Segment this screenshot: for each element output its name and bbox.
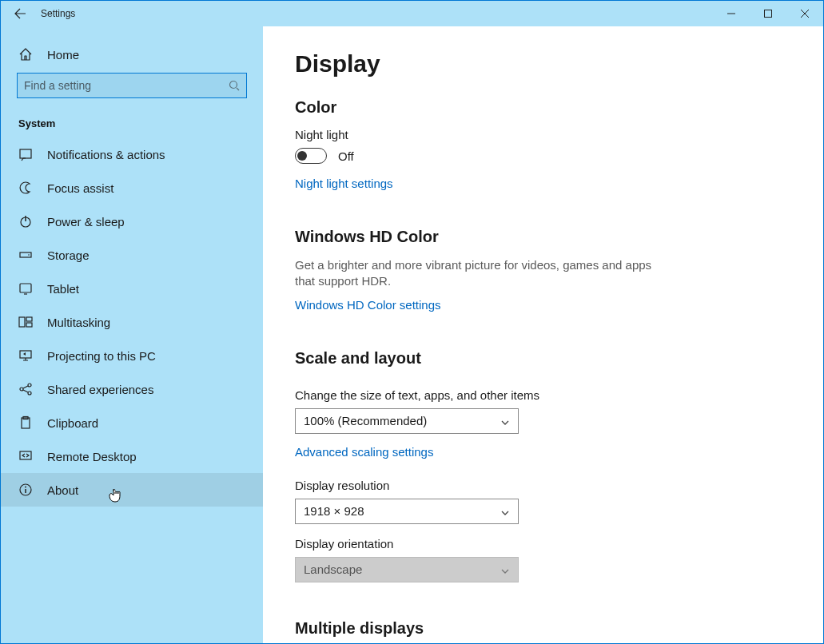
window-title: Settings	[41, 8, 75, 19]
svg-point-12	[28, 384, 31, 387]
resolution-dropdown[interactable]: 1918 × 928	[295, 499, 519, 524]
cursor-pointer-icon	[109, 487, 121, 503]
svg-rect-0	[765, 10, 772, 18]
sidebar-item-label: Storage	[47, 248, 90, 262]
sidebar-item-label: Tablet	[47, 282, 79, 296]
night-light-state: Off	[338, 149, 354, 163]
night-light-settings-link[interactable]: Night light settings	[295, 177, 393, 190]
search-input[interactable]	[24, 79, 229, 92]
svg-point-1	[230, 81, 237, 89]
orientation-dropdown: Landscape	[295, 557, 519, 582]
sidebar-item-label: Power & sleep	[47, 215, 125, 229]
sidebar: Home System Notifications & actions	[1, 26, 263, 643]
svg-rect-4	[20, 252, 31, 257]
orientation-value: Landscape	[304, 563, 362, 576]
sidebar-item-label: Projecting to this PC	[47, 349, 156, 363]
titlebar: Settings	[1, 1, 823, 26]
sidebar-home-label: Home	[47, 48, 79, 62]
svg-point-18	[25, 487, 26, 488]
text-size-label: Change the size of text, apps, and other…	[295, 388, 791, 402]
settings-window: Settings Home	[0, 0, 824, 644]
sidebar-nav-list: Notifications & actions Focus assist Pow…	[1, 137, 263, 507]
sidebar-section-label: System	[1, 113, 263, 137]
svg-rect-6	[20, 284, 31, 292]
sidebar-item-about[interactable]: About	[1, 473, 263, 507]
resolution-label: Display resolution	[295, 479, 791, 492]
maximize-button[interactable]	[750, 1, 786, 26]
back-button[interactable]	[14, 7, 26, 20]
multitasking-icon	[18, 315, 33, 329]
svg-rect-9	[26, 323, 32, 327]
shared-icon	[18, 382, 33, 396]
sidebar-item-power-sleep[interactable]: Power & sleep	[1, 205, 263, 238]
sidebar-item-label: About	[47, 483, 78, 497]
section-multiple-heading: Multiple displays	[295, 619, 791, 638]
sidebar-item-label: Focus assist	[47, 181, 113, 195]
clipboard-icon	[18, 415, 33, 430]
hdcolor-desc: Get a brighter and more vibrant picture …	[295, 257, 663, 290]
about-icon	[18, 483, 33, 497]
hdcolor-settings-link[interactable]: Windows HD Color settings	[295, 298, 441, 312]
sidebar-item-storage[interactable]: Storage	[1, 238, 263, 272]
svg-point-11	[20, 388, 23, 391]
notifications-icon	[18, 147, 33, 161]
tablet-icon	[18, 281, 33, 296]
resolution-value: 1918 × 928	[304, 504, 364, 518]
svg-rect-2	[20, 149, 31, 158]
advanced-scaling-link[interactable]: Advanced scaling settings	[295, 445, 433, 459]
storage-icon	[18, 248, 33, 262]
projecting-icon	[18, 348, 33, 363]
night-light-toggle[interactable]	[295, 148, 327, 164]
sidebar-item-tablet[interactable]: Tablet	[1, 272, 263, 305]
sidebar-item-multitasking[interactable]: Multitasking	[1, 305, 263, 339]
content-panel: Display Color Night light Off Night ligh…	[263, 26, 823, 643]
section-color-heading: Color	[295, 98, 791, 117]
section-scale-heading: Scale and layout	[295, 349, 791, 368]
search-box[interactable]	[17, 73, 247, 98]
sidebar-item-shared-experiences[interactable]: Shared experiences	[1, 372, 263, 406]
svg-point-13	[28, 392, 31, 395]
sidebar-item-label: Clipboard	[47, 416, 98, 430]
chevron-down-icon	[500, 416, 510, 426]
sidebar-item-label: Multitasking	[47, 316, 110, 329]
orientation-label: Display orientation	[295, 537, 791, 551]
sidebar-item-label: Shared experiences	[47, 383, 153, 396]
sidebar-item-notifications[interactable]: Notifications & actions	[1, 137, 263, 171]
text-size-dropdown[interactable]: 100% (Recommended)	[295, 408, 519, 434]
search-icon	[229, 80, 240, 91]
chevron-down-icon	[500, 507, 510, 516]
home-icon	[18, 47, 33, 62]
toggle-knob	[297, 151, 307, 161]
page-title: Display	[295, 50, 791, 78]
chevron-down-icon	[500, 565, 510, 574]
section-hdcolor-heading: Windows HD Color	[295, 228, 791, 246]
sidebar-item-label: Remote Desktop	[47, 450, 137, 463]
sidebar-item-clipboard[interactable]: Clipboard	[1, 406, 263, 439]
sidebar-item-remote-desktop[interactable]: Remote Desktop	[1, 439, 263, 473]
sidebar-item-projecting[interactable]: Projecting to this PC	[1, 339, 263, 372]
remote-desktop-icon	[18, 449, 33, 463]
minimize-button[interactable]	[713, 1, 750, 26]
close-button[interactable]	[786, 1, 823, 26]
night-light-label: Night light	[295, 128, 791, 141]
sidebar-home[interactable]: Home	[1, 39, 263, 73]
svg-point-5	[28, 254, 30, 256]
sidebar-item-label: Notifications & actions	[47, 148, 165, 161]
window-controls	[713, 1, 823, 26]
focus-assist-icon	[18, 181, 33, 195]
svg-rect-8	[26, 317, 32, 321]
sidebar-item-focus-assist[interactable]: Focus assist	[1, 171, 263, 205]
svg-rect-7	[19, 317, 25, 327]
text-size-value: 100% (Recommended)	[304, 414, 427, 427]
power-icon	[18, 214, 33, 229]
